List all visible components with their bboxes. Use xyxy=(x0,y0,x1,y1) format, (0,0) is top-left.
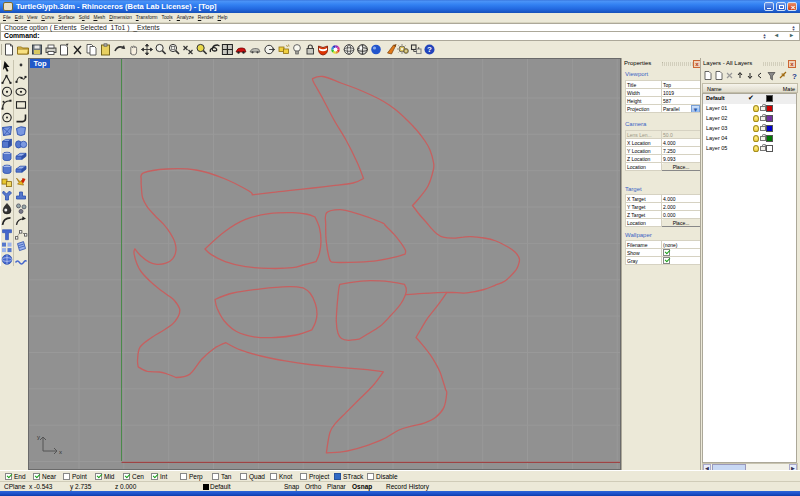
svg-text:y: y xyxy=(37,434,40,440)
svg-text:?: ? xyxy=(427,45,432,54)
svg-text:?: ? xyxy=(792,72,797,81)
svg-text:x: x xyxy=(59,449,62,455)
